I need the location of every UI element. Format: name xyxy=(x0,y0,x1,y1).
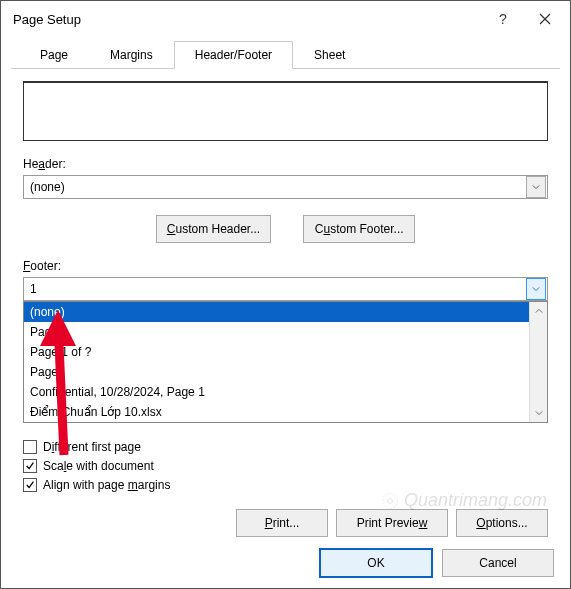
footer-option[interactable]: Confidential, 10/28/2024, Page 1 xyxy=(24,382,529,402)
footer-option[interactable]: Page 1 xyxy=(24,322,529,342)
check-align-with-page-margins[interactable]: Align with page margins xyxy=(23,478,548,492)
header-preview xyxy=(23,81,548,141)
cancel-button[interactable]: Cancel xyxy=(442,549,554,577)
print-button-row: Print... Print Preview Options... xyxy=(23,509,548,537)
dialog-button-bar: OK Cancel xyxy=(1,537,570,589)
titlebar: Page Setup ? xyxy=(1,1,570,37)
close-button[interactable] xyxy=(524,1,566,37)
options-button[interactable]: Options... xyxy=(456,509,548,537)
footer-option[interactable]: Điểm Chuẩn Lớp 10.xlsx xyxy=(24,402,529,422)
tab-page[interactable]: Page xyxy=(19,41,89,69)
footer-option-none[interactable]: (none) xyxy=(24,302,529,322)
custom-footer-button[interactable]: Custom Footer... xyxy=(303,215,415,243)
checkbox-group: Different first page Scale with document… xyxy=(23,435,548,497)
tab-header-footer[interactable]: Header/Footer xyxy=(174,41,293,69)
custom-header-button[interactable]: Custom Header... xyxy=(156,215,271,243)
scroll-down-icon[interactable] xyxy=(530,404,547,422)
header-label: Header: xyxy=(23,157,548,171)
dropdown-scrollbar[interactable] xyxy=(529,302,547,422)
tab-sheet[interactable]: Sheet xyxy=(293,41,366,69)
tab-margins[interactable]: Margins xyxy=(89,41,174,69)
ok-button[interactable]: OK xyxy=(320,549,432,577)
checkbox-icon xyxy=(23,478,37,492)
checkbox-icon xyxy=(23,440,37,454)
scroll-up-icon[interactable] xyxy=(530,302,547,320)
checkbox-icon xyxy=(23,459,37,473)
check-scale-with-document[interactable]: Scale with document xyxy=(23,459,548,473)
footer-combo-value: 1 xyxy=(24,282,525,296)
page-setup-dialog: Page Setup ? Page Margins Header/Footer … xyxy=(0,0,571,589)
header-combo[interactable]: (none) xyxy=(23,175,548,199)
custom-button-row: Custom Header... Custom Footer... xyxy=(23,215,548,243)
print-preview-button[interactable]: Print Preview xyxy=(336,509,448,537)
footer-dropdown-list[interactable]: (none) Page 1 Page 1 of ? Page1 Confiden… xyxy=(23,301,548,423)
check-different-first-page[interactable]: Different first page xyxy=(23,440,548,454)
footer-combo-arrow[interactable] xyxy=(526,278,546,300)
footer-option[interactable]: Page 1 of ? xyxy=(24,342,529,362)
header-combo-arrow[interactable] xyxy=(526,176,546,198)
footer-option[interactable]: Page1 xyxy=(24,362,529,382)
window-title: Page Setup xyxy=(13,12,482,27)
content-area: Header: (none) Custom Header... Custom F… xyxy=(1,69,570,537)
header-combo-value: (none) xyxy=(24,180,525,194)
tab-strip: Page Margins Header/Footer Sheet xyxy=(1,41,570,69)
footer-label: Footer: xyxy=(23,259,548,273)
help-button[interactable]: ? xyxy=(482,1,524,37)
footer-combo[interactable]: 1 xyxy=(23,277,548,301)
print-button[interactable]: Print... xyxy=(236,509,328,537)
